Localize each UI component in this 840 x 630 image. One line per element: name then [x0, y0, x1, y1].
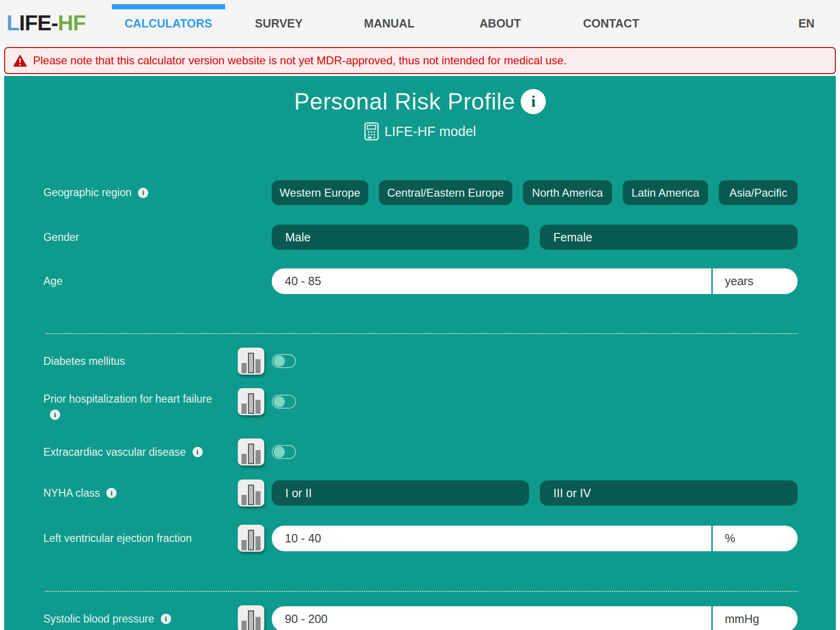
warning-triangle-icon [13, 54, 28, 68]
extracardiac-label: Extracardiac vascular disease [43, 446, 186, 459]
histogram-icon [241, 404, 247, 414]
nyha-3-4-button[interactable]: III or IV [540, 480, 798, 506]
nav-item-manual[interactable]: MANUAL [364, 0, 414, 47]
geographic-region-info-icon[interactable]: i [138, 188, 148, 198]
toggle-knob [274, 446, 285, 458]
histogram-icon [241, 454, 247, 464]
histogram-icon [241, 363, 247, 373]
gender-label: Gender [43, 231, 272, 244]
nav-item-calculators[interactable]: CALCULATORS [124, 0, 212, 47]
diabetes-label: Diabetes mellitus [43, 355, 238, 368]
diabetes-histogram-button[interactable] [238, 348, 264, 375]
lvef-input[interactable] [272, 526, 711, 551]
age-unit-label: years [713, 268, 798, 294]
model-subtitle: LIFE-HF model [385, 124, 476, 139]
geographic-region-row: Geographic region i Western Europe Centr… [4, 180, 836, 205]
extracardiac-row: Extracardiac vascular disease i [4, 438, 836, 466]
navbar: LIFE-HF CALCULATORS SURVEY MANUAL ABOUT … [0, 0, 840, 47]
geographic-region-label: Geographic region i [43, 186, 272, 199]
page: LIFE-HF CALCULATORS SURVEY MANUAL ABOUT … [0, 0, 840, 630]
systolic-bp-unit-label: mmHg [713, 606, 798, 630]
calculator-panel: Personal Risk Profile i LIFE-HF model Ge… [4, 76, 836, 630]
diabetes-toggle[interactable] [272, 354, 296, 368]
mdr-warning-banner: Please note that this calculator version… [4, 47, 836, 74]
prior-hospitalization-toggle[interactable] [272, 395, 296, 409]
warning-text: Please note that this calculator version… [33, 54, 567, 67]
region-central-eastern-europe-button[interactable]: Central/Eastern Europe [379, 180, 512, 205]
nyha-row: NYHA class i I or II III or IV [4, 479, 836, 507]
language-selector[interactable]: EN [799, 0, 815, 47]
lvef-unit-label: % [713, 526, 798, 551]
gender-female-button[interactable]: Female [540, 225, 798, 250]
gender-male-button[interactable]: Male [272, 225, 529, 250]
lvef-label: Left ventricular ejection fraction [43, 532, 238, 545]
app-logo[interactable]: LIFE-HF [7, 10, 85, 35]
diabetes-row: Diabetes mellitus [4, 348, 836, 375]
region-western-europe-button[interactable]: Western Europe [272, 180, 368, 205]
nyha-1-2-button[interactable]: I or II [272, 480, 529, 506]
systolic-bp-input[interactable] [272, 606, 711, 630]
section-divider [45, 591, 798, 592]
lvef-histogram-button[interactable] [238, 525, 264, 552]
lvef-row: Left ventricular ejection fraction % [4, 525, 836, 552]
histogram-icon [241, 495, 247, 505]
prior-hospitalization-row: Prior hospitalization for heart failure … [4, 388, 836, 422]
age-label: Age [43, 275, 272, 288]
prior-hospitalization-label: Prior hospitalization for heart failure [43, 393, 212, 405]
page-title: Personal Risk Profile [294, 88, 516, 115]
title-info-icon[interactable]: i [521, 89, 546, 114]
extracardiac-toggle[interactable] [272, 445, 296, 459]
region-north-america-button[interactable]: North America [523, 180, 612, 205]
calculator-icon [364, 122, 379, 141]
nyha-histogram-button[interactable] [238, 479, 264, 507]
nyha-label: NYHA class [43, 487, 100, 500]
prior-hospitalization-info-icon[interactable]: i [50, 410, 60, 420]
systolic-bp-histogram-button[interactable] [238, 605, 264, 630]
toggle-knob [274, 396, 285, 407]
section-divider [45, 333, 798, 334]
age-row: Age years [4, 268, 836, 294]
nav-item-about[interactable]: ABOUT [480, 0, 521, 47]
extracardiac-histogram-button[interactable] [238, 438, 264, 466]
gender-row: Gender Male Female [4, 225, 836, 250]
toggle-knob [274, 356, 285, 367]
prior-hospitalization-histogram-button[interactable] [238, 388, 264, 415]
histogram-icon [241, 621, 247, 630]
systolic-bp-label: Systolic blood pressure [43, 613, 154, 625]
extracardiac-info-icon[interactable]: i [193, 447, 203, 457]
systolic-bp-row: Systolic blood pressure i mmHg [4, 605, 836, 630]
age-input[interactable] [272, 268, 711, 294]
systolic-bp-info-icon[interactable]: i [161, 614, 171, 624]
nav-item-survey[interactable]: SURVEY [255, 0, 303, 47]
region-latin-america-button[interactable]: Latin America [623, 180, 709, 205]
region-asia-pacific-button[interactable]: Asia/Pacific [719, 180, 798, 205]
nyha-info-icon[interactable]: i [106, 488, 117, 498]
histogram-icon [241, 540, 247, 550]
nav-item-contact[interactable]: CONTACT [583, 0, 639, 47]
